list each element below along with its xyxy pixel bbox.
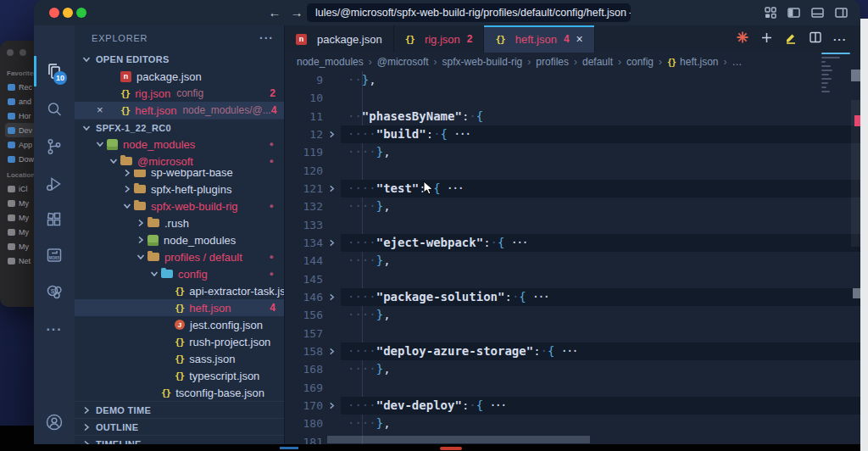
toggle-sidebar-icon[interactable] [787,6,801,19]
more-actions-icon[interactable]: ··· [833,31,847,47]
code-line-133[interactable]: 133 [285,216,860,234]
tree-item-typescript.json[interactable]: {}typescript.json [75,367,284,384]
zoom-window-button[interactable] [76,8,86,18]
section-demo-time[interactable]: DEMO TIME [75,401,284,418]
code-line-10[interactable]: 10 [285,89,860,107]
tree-item-.rush[interactable]: .rush [75,214,284,231]
tree-item-tsconfig-base.json[interactable]: {}tsconfig-base.json [75,384,284,401]
open-editor-package.json[interactable]: npackage.json [75,68,284,85]
new-file-icon[interactable] [760,31,773,47]
breadcrumb-item-@microsoft[interactable]: @microsoft [377,56,429,68]
fold-chevron-icon[interactable] [323,397,341,415]
tree-item-node_modules[interactable]: node_modules● [75,136,284,153]
code-line-121[interactable]: 121····"test":·{··· [285,180,860,198]
chevron-down-icon[interactable] [147,267,161,281]
code-line-119[interactable]: 119····}, [285,143,860,161]
forward-arrow-icon[interactable]: → [288,4,305,21]
chevron-right-icon[interactable] [134,233,147,247]
breadcrumb-item-…[interactable]: … [732,56,742,68]
code-line-158[interactable]: 158····"deploy-azure-storage":·{··· [285,342,860,360]
toggle-secondary-sidebar-icon[interactable] [834,6,849,19]
tree-item-spfx-heft-plugins[interactable]: spfx-heft-plugins [75,181,284,198]
activity-m365[interactable]: M365 [34,238,75,272]
section-outline[interactable]: OUTLINE [75,418,284,435]
tree-item-heft.json[interactable]: {}heft.json4 [75,299,284,316]
activity-extensions[interactable] [34,203,75,237]
chevron-down-icon[interactable] [93,137,107,151]
tree-item-profiles / default[interactable]: profiles / default● [75,248,284,265]
code-line-134[interactable]: 134····"eject-webpack":·{··· [285,234,860,252]
breadcrumb-item-spfx-web-build-rig[interactable]: spfx-web-build-rig [442,56,523,68]
horizontal-scrollbar[interactable] [327,436,590,443]
code-line-169[interactable]: 169 [285,379,860,397]
tree-item-rush-project.json[interactable]: {}rush-project.json [75,333,284,350]
activity-sharepoint[interactable]: S [34,276,75,309]
code-line-9[interactable]: 9··}, [285,71,860,89]
code-line-132[interactable]: 132····}, [285,198,860,215]
fold-chevron-icon[interactable] [323,180,341,198]
highlighter-icon[interactable] [784,31,798,47]
code-line-12[interactable]: 12····"build":·{··· [285,125,860,143]
fold-chevron-icon[interactable] [323,288,341,306]
code-line-168[interactable]: 168····}, [285,360,860,378]
chevron-down-icon[interactable] [134,250,147,264]
chevron-right-icon[interactable] [120,182,134,196]
tree-item-spfx-web-build-rig[interactable]: spfx-web-build-rig● [75,198,284,214]
activity-run-debug[interactable] [34,167,75,201]
breadcrumb-item-config[interactable]: config [626,56,654,68]
activity-account[interactable] [34,405,75,439]
chevron-down-icon[interactable] [120,199,134,213]
close-icon[interactable]: × [97,102,103,119]
code-editor[interactable]: 9··},1011··"phasesByName":·{12····"build… [285,71,860,451]
toggle-panel-icon[interactable] [810,6,825,19]
breadcrumb-item-heft.json[interactable]: {} heft.json [667,56,718,68]
minimap[interactable] [821,53,850,95]
tab-package.json[interactable]: npackage.json [285,25,394,53]
tree-item-config[interactable]: config● [75,265,284,282]
workspace-header[interactable]: SPFX-1_22_RC0 [75,119,284,136]
tree-item-sp-webpart-base[interactable]: sp-webpart-base [75,170,284,181]
open-editor-heft.json[interactable]: ×{}heft.jsonnode_modules/@...4 [75,102,284,119]
activity-search[interactable] [34,92,75,126]
code-line-170[interactable]: 170····"dev-deploy":·{··· [285,397,860,415]
activity-source-control[interactable] [34,130,75,164]
code-line-180[interactable]: 180····}, [285,415,860,432]
activity-more[interactable]: ··· [34,313,75,347]
code-line-144[interactable]: 144····}, [285,252,860,270]
tab-rig.json[interactable]: {}rig.json2 [394,25,485,53]
back-arrow-icon[interactable]: ← [266,4,283,21]
customize-layout-icon[interactable] [764,6,777,19]
close-window-button[interactable] [49,8,59,18]
fold-chevron-icon[interactable] [323,125,341,143]
activity-explorer[interactable]: 10 [34,54,75,88]
open-editors-header[interactable]: OPEN EDITORS [75,51,284,68]
tree-item-node_modules[interactable]: node_modules [75,231,284,248]
finder-traffic-dot[interactable] [19,49,26,56]
open-editor-rig.json[interactable]: {}rig.jsonconfig2 [75,85,284,102]
breadcrumb-item-profiles[interactable]: profiles [536,56,569,68]
code-line-157[interactable]: 157 [285,325,860,342]
close-icon[interactable]: × [576,32,583,46]
starburst-icon[interactable] [736,31,749,47]
tree-item-api-extractor-task.json[interactable]: {}api-extractor-task.json [75,282,284,299]
scrollbar-slider[interactable] [851,70,860,81]
chevron-right-icon[interactable] [134,216,147,230]
tree-item-sass.json[interactable]: {}sass.json [75,350,284,367]
code-line-145[interactable]: 145 [285,270,860,288]
breadcrumb-item-node_modules[interactable]: node_modules [297,56,364,68]
code-line-156[interactable]: 156····}, [285,306,860,324]
tab-heft.json[interactable]: {}heft.json4× [484,25,594,53]
fold-chevron-icon[interactable] [323,234,341,252]
tree-item-@microsoft[interactable]: @microsoft● [75,153,284,170]
minimize-window-button[interactable] [63,8,73,18]
finder-traffic-dot[interactable] [7,49,14,56]
fold-chevron-icon[interactable] [323,342,341,360]
window-title[interactable]: lules/@microsoft/spfx-web-build-rig/prof… [307,3,631,22]
chevron-down-icon[interactable] [107,154,120,168]
breadcrumb-item-default[interactable]: default [582,56,613,68]
split-editor-icon[interactable] [809,31,822,47]
code-line-146[interactable]: 146····"package-solution":·{··· [285,288,860,306]
tree-item-jest.config.json[interactable]: Jjest.config.json [75,316,284,333]
chevron-right-icon[interactable] [120,170,134,180]
explorer-more-actions-icon[interactable]: ··· [259,31,274,45]
